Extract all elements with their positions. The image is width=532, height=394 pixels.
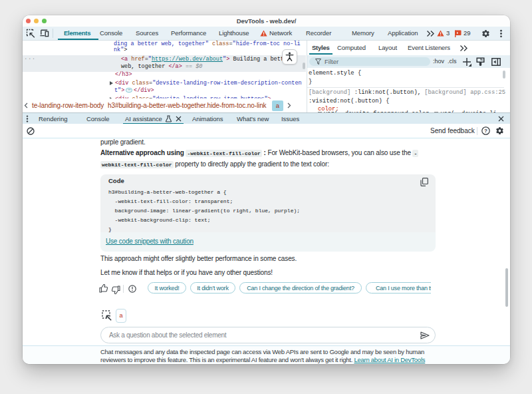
svg-text:?: ? bbox=[484, 128, 487, 134]
